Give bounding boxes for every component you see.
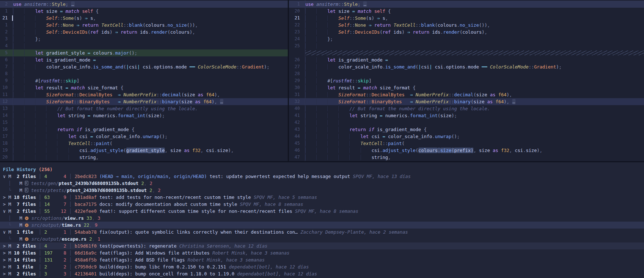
commit-author-date: Christina Sørensen, hace 12 días (176, 243, 267, 249)
diff-line[interactable]: 19 csi.adjust_style(gradient_style, size… (0, 147, 288, 154)
commit-row[interactable]: > M 18 files │ 63 9 │ 131ad8af test: add… (0, 194, 644, 201)
diff-line[interactable]: 2 Self::DeviceIDs(ref ids) ⇒ return ids.… (0, 29, 288, 36)
rust-file-icon (25, 237, 29, 241)
diff-line[interactable]: 47 string, (289, 154, 644, 161)
code-text: }; (300, 36, 644, 42)
diff-line[interactable]: 6 let is_gradient_mode = (0, 56, 288, 63)
diff-line[interactable]: 27 color_scale_info.is_some_and(|csi| cs… (289, 63, 644, 70)
expand-chevron-icon[interactable]: > (3, 271, 6, 277)
diff-line[interactable]: 7 color_scale_info.is_some_and(|csi| csi… (0, 63, 288, 70)
diff-line[interactable]: 9 #[rustfmt::skip] (0, 77, 288, 84)
commit-row[interactable]: > M 10 files │ 197 8 │ 66d16a9c feat(fla… (0, 249, 644, 256)
line-number: 1 (0, 22, 8, 29)
commit-row[interactable]: ∨ M 1 file │ 2 1 │ 54abab78 fix(output):… (0, 229, 644, 236)
diff-line[interactable]: 12 SizeFormat::BinaryBytes ⇒ NumberPrefi… (0, 98, 288, 105)
diff-line[interactable]: 41 let string = numerics.format_int(size… (289, 112, 644, 119)
code-text: let size = match self { (8, 8, 288, 15)
code-text (300, 42, 644, 49)
expand-chevron-icon[interactable]: > (3, 194, 6, 200)
file-row[interactable]: │ M src/options/view.rs 33, 3 (0, 215, 644, 222)
diff-line[interactable]: 3 }; (0, 36, 288, 42)
diff-line[interactable]: 8 (0, 70, 288, 77)
diff-line[interactable]: 21 Self::Some(s) ⇒ s, (289, 15, 644, 22)
diff-line[interactable]: 26 let is_gradient_mode = (289, 56, 644, 63)
file-additions: 22 (81, 222, 89, 228)
diff-line[interactable]: 1use ansiterm::Style; … (289, 1, 644, 8)
file-directory: tests/gen/ (31, 181, 59, 186)
file-additions: 2 (138, 181, 144, 186)
file-row[interactable]: │ M tests/gen/ptest_2439b7d68089135b.std… (0, 180, 644, 187)
file-row[interactable]: └ M src/output/time.rs 22, 9 (0, 222, 644, 229)
diff-line[interactable]: 11 SizeFormat::DecimalBytes ⇒ NumberPref… (0, 91, 288, 98)
file-row[interactable]: └ M src/output/escape.rs 2, 1 (0, 236, 644, 242)
diff-line[interactable]: 44 let csi = color_scale_info.unwrap(); (289, 133, 644, 140)
diff-line[interactable]: 18 TextCell::paint( (0, 140, 288, 147)
diff-line[interactable]: 1 let size = match self { (0, 8, 288, 15)
collapse-chevron-icon[interactable]: ∨ (3, 174, 6, 179)
commit-message: feat!: support different custom time sty… (97, 208, 292, 214)
commit-row[interactable]: > M 7 files │ 14 7 │ baca7175 docs: modi… (0, 201, 644, 208)
diff-line[interactable]: 31 SizeFormat::DecimalBytes ⇒ NumberPref… (289, 91, 644, 98)
diff-filler-line[interactable] (289, 49, 644, 56)
tree-guide: └ (3, 236, 19, 242)
commit-hash: 458a6f5b (72, 257, 97, 263)
deletions-count: 7 (58, 201, 69, 207)
collapse-chevron-icon[interactable]: ∨ (3, 208, 6, 214)
line-number: 25 (289, 42, 300, 49)
file-directory: src/output/ (31, 222, 62, 228)
diff-line[interactable]: 20 string, (0, 154, 288, 161)
expand-chevron-icon[interactable]: > (3, 257, 6, 263)
diff-line[interactable]: 4 (0, 42, 288, 49)
diff-line[interactable]: 25 (289, 42, 644, 49)
additions-count: 4 (41, 243, 58, 249)
diff-line[interactable]: 46 csi.adjust_style(colours.size(prefix)… (289, 147, 644, 154)
tree-guide: │ (3, 215, 19, 221)
expand-chevron-icon[interactable]: > (3, 264, 6, 270)
additions-count: 2 (41, 229, 58, 235)
collapse-chevron-icon[interactable]: ∨ (3, 229, 6, 235)
commit-row[interactable]: > M 2 files │ 3 3 │ 42136401 build(deps)… (0, 270, 644, 277)
diff-line[interactable]: 15 (0, 119, 288, 126)
diff-line[interactable]: 45 TextCell::paint( (289, 140, 644, 147)
file-history-panel[interactable]: File History (256) ∨ M 2 files │ 4 4 │ 2… (0, 162, 644, 278)
diff-pane-new[interactable]: 1use ansiterm::Style; …20 let size = mat… (289, 0, 644, 161)
expand-chevron-icon[interactable]: > (3, 250, 6, 256)
diff-line[interactable]: 23 Self::DeviceIDs(ref ids) ⇒ return ids… (289, 29, 644, 36)
diff-pane-old[interactable]: 2use ansiterm::Style; …1 let size = matc… (0, 0, 288, 161)
diff-line[interactable]: 24 }; (289, 36, 644, 42)
diff-line[interactable]: 17 let csi = color_scale_info.unwrap(); (0, 133, 288, 140)
diff-line[interactable]: 20 let size = match self { (289, 8, 644, 15)
file-row[interactable]: └ M tests/ptests/ptest_2439b7d68089135b.… (0, 187, 644, 194)
diff-line[interactable]: 32 SizeFormat::BinaryBytes ⇒ NumberPrefi… (289, 98, 644, 105)
diff-line[interactable]: 28 (289, 70, 644, 77)
deletions-count: 12 (58, 208, 69, 214)
commit-row[interactable]: ∨ M 2 files │ 4 4 │ 2bedc823 (HEAD → mai… (0, 173, 644, 180)
diff-line[interactable]: 16 return if is_gradient_mode { (0, 126, 288, 133)
commit-status: M (8, 229, 11, 235)
diff-line[interactable]: 30 let result = match size_format { (289, 84, 644, 91)
diff-line[interactable]: 22 Self::None ⇒ return TextCell::blank(c… (289, 22, 644, 29)
commit-message: feat(flags): Add BSD file flags (97, 257, 185, 263)
file-status: M (19, 181, 25, 186)
code-text (300, 119, 644, 126)
diff-line[interactable]: 42 (289, 119, 644, 126)
commit-row[interactable]: > M 2 files │ 4 2 │ b19d61f0 test(powert… (0, 242, 644, 249)
diff-line[interactable]: 1 Self::None ⇒ return TextCell::blank(co… (0, 22, 288, 29)
diff-line[interactable]: 21 Self::Some(s) ⇒ s, (0, 15, 288, 22)
diff-line[interactable]: 10 let result = match size_format { (0, 84, 288, 91)
commit-row[interactable]: > M 1 file │ 2 2 │ c7950dc9 build(deps):… (0, 263, 644, 270)
expand-chevron-icon[interactable]: > (3, 243, 6, 249)
diff-line[interactable]: 5 let gradient_style = colours.major(); (0, 49, 288, 56)
commit-row[interactable]: > M 14 files │ 131 2 │ 458a6f5b feat(fla… (0, 256, 644, 263)
diff-line[interactable]: 2use ansiterm::Style; … (0, 1, 288, 8)
diff-line[interactable]: 40 // But format the number directly usi… (289, 105, 644, 112)
diff-line[interactable]: 13 // But format the number directly usi… (0, 105, 288, 112)
diff-line[interactable]: 29 #[rustfmt::skip] (289, 77, 644, 84)
expand-chevron-icon[interactable]: > (3, 201, 6, 207)
diff-line[interactable]: 43 return if is_gradient_mode { (289, 126, 644, 133)
file-directory: tests/ptests/ (31, 188, 67, 193)
deletions-count: 2 (58, 257, 69, 263)
commit-row[interactable]: ∨ M 2 files │ 55 12 │ 422efee0 feat!: su… (0, 208, 644, 215)
line-number: 26 (289, 56, 300, 63)
diff-line[interactable]: 14 let string = numerics.format_int(size… (0, 112, 288, 119)
